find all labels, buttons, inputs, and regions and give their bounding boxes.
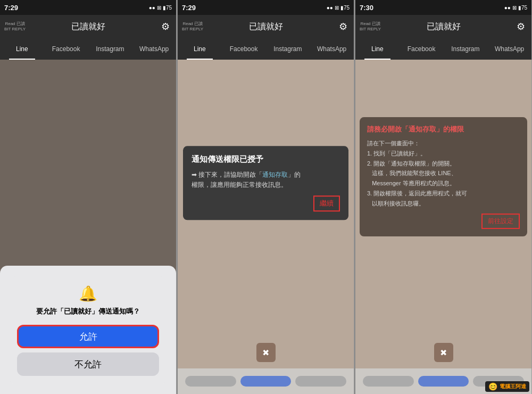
deny-button[interactable]: 不允許 (17, 352, 159, 376)
tab-whatsapp-2[interactable]: WhatsApp (310, 38, 354, 60)
phone-panel-1: 7:29 ●● ⊠ ▮75 Read 已讀BIT REPLY 已讀就好 ⚙ Li… (0, 0, 177, 394)
status-time-3: 7:30 (360, 4, 373, 12)
nav-pill-3b (418, 376, 469, 387)
read-icon-3: Read 已讀BIT REPLY (360, 21, 381, 31)
battery-icon-2: ▮75 (340, 5, 350, 11)
phone-panel-3: 7:30 ●● ⊠ ▮75 Read 已讀BIT REPLY 已讀就好 ⚙ Li… (355, 0, 532, 394)
app-title-1: 已讀就好 (71, 21, 105, 32)
info-card-title: 通知傳送權限已授予 (192, 154, 340, 165)
tab-facebook-2[interactable]: Facebook (222, 38, 266, 60)
status-icons-2: ●● ⊠ ▮75 (327, 5, 350, 11)
signal-icon-2: ●● (327, 5, 333, 11)
tab-line-2[interactable]: Line (178, 38, 222, 60)
read-icon-2: Read 已讀BIT REPLY (182, 21, 203, 31)
status-time-2: 7:29 (182, 4, 196, 12)
tab-whatsapp-3[interactable]: WhatsApp (487, 38, 531, 60)
info-card-text: ➡ 接下來，請協助開啟「通知存取」的 權限，讓應用能夠正常接收訊息。 (192, 170, 340, 190)
status-icons-3: ●● ⊠ ▮75 (504, 5, 527, 11)
continue-button[interactable]: 繼續 (313, 196, 340, 212)
watermark-text: 電腦王阿達 (500, 383, 526, 390)
status-bar-1: 7:29 ●● ⊠ ▮75 (0, 0, 176, 15)
bottom-area-3: ✖ (355, 336, 531, 368)
permission-title: 要允許「已讀就好」傳送通知嗎？ (17, 307, 159, 316)
app-header-1: Read 已讀BIT REPLY 已讀就好 ⚙ (0, 15, 176, 38)
app-title-2: 已讀就好 (249, 21, 283, 32)
status-icons-1: ●● ⊠ ▮75 (149, 5, 172, 11)
delete-icon-3[interactable]: ✖ (434, 343, 453, 362)
tab-line-1[interactable]: Line (0, 38, 44, 60)
warning-title: 請務必開啟「通知存取」的權限 (367, 125, 520, 134)
tab-whatsapp-1[interactable]: WhatsApp (132, 38, 176, 60)
gear-icon-1[interactable]: ⚙ (161, 21, 170, 32)
allow-button[interactable]: 允許 (17, 325, 159, 348)
warning-card: 請務必開啟「通知存取」的權限 請在下一個畫面中： 1. 找到「已讀就好」。 2.… (360, 117, 527, 236)
goto-settings-button[interactable]: 前往設定 (481, 214, 520, 229)
permission-dialog-inner: 🔔 要允許「已讀就好」傳送通知嗎？ 允許 不允許 (9, 276, 168, 384)
battery-icon-1: ▮75 (163, 5, 172, 11)
bottom-nav-2 (178, 368, 354, 394)
read-icon-1: Read 已讀BIT REPLY (4, 21, 26, 31)
gear-icon-2[interactable]: ⚙ (339, 21, 347, 32)
watermark-emoji: 😊 (488, 382, 497, 391)
tab-bar-1: Line Facebook Instagram WhatsApp (0, 38, 176, 60)
app-header-3: Read 已讀BIT REPLY 已讀就好 ⚙ (355, 15, 531, 38)
modal-overlay-1: 🔔 要允許「已讀就好」傳送通知嗎？ 允許 不允許 (0, 60, 176, 394)
signal-icon-1: ●● (149, 5, 155, 11)
content-area-1: 🔔 要允許「已讀就好」傳送通知嗎？ 允許 不允許 (0, 60, 176, 394)
tab-facebook-1[interactable]: Facebook (44, 38, 88, 60)
content-area-3: 請務必開啟「通知存取」的權限 請在下一個畫面中： 1. 找到「已讀就好」。 2.… (355, 60, 531, 368)
tab-instagram-2[interactable]: Instagram (266, 38, 310, 60)
app-title-3: 已讀就好 (427, 21, 461, 32)
phone-panel-2: 7:29 ●● ⊠ ▮75 Read 已讀BIT REPLY 已讀就好 ⚙ Li… (178, 0, 354, 394)
tab-instagram-1[interactable]: Instagram (88, 38, 132, 60)
nav-pill-3a (363, 376, 414, 387)
battery-icon-3: ▮75 (518, 5, 527, 11)
wifi-icon-2: ⊠ (335, 5, 339, 11)
tab-bar-3: Line Facebook Instagram WhatsApp (355, 38, 531, 60)
wifi-icon-3: ⊠ (512, 5, 517, 11)
info-card: 通知傳送權限已授予 ➡ 接下來，請協助開啟「通知存取」的 權限，讓應用能夠正常接… (183, 146, 348, 220)
tab-line-3[interactable]: Line (355, 38, 400, 60)
watermark: 😊 電腦王阿達 (485, 381, 529, 392)
bell-icon: 🔔 (17, 285, 159, 302)
status-time-1: 7:29 (4, 4, 18, 12)
gear-icon-3[interactable]: ⚙ (517, 21, 525, 32)
nav-pill-3 (295, 376, 346, 387)
highlight-notification: 通知存取 (262, 171, 288, 178)
delete-icon-2[interactable]: ✖ (256, 343, 276, 362)
app-header-2: Read 已讀BIT REPLY 已讀就好 ⚙ (178, 15, 354, 38)
tab-facebook-3[interactable]: Facebook (400, 38, 444, 60)
nav-pill-2 (240, 376, 292, 387)
signal-icon-3: ●● (504, 5, 511, 11)
permission-dialog: 🔔 要允許「已讀就好」傳送通知嗎？ 允許 不允許 (0, 266, 176, 394)
bottom-area-2: ✖ (178, 336, 354, 368)
status-bar-2: 7:29 ●● ⊠ ▮75 (178, 0, 354, 15)
status-bar-3: 7:30 ●● ⊠ ▮75 (355, 0, 531, 15)
tab-instagram-3[interactable]: Instagram (444, 38, 488, 60)
tab-bar-2: Line Facebook Instagram WhatsApp (178, 38, 354, 60)
nav-pill-1 (185, 376, 236, 387)
warning-text: 請在下一個畫面中： 1. 找到「已讀就好」。 2. 開啟「通知存取權限」的開關。… (367, 138, 520, 208)
wifi-icon-1: ⊠ (157, 5, 161, 11)
content-area-2: 通知傳送權限已授予 ➡ 接下來，請協助開啟「通知存取」的 權限，讓應用能夠正常接… (178, 60, 354, 368)
